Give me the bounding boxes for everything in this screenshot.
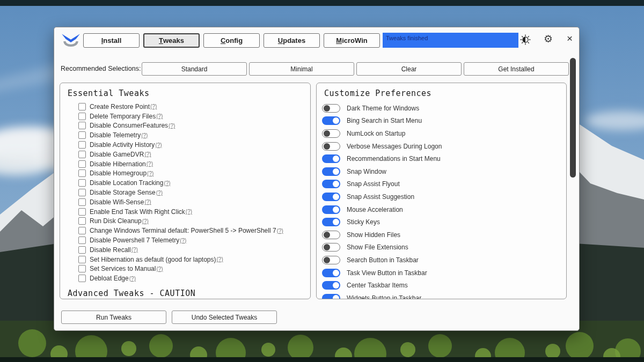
toggle-switch[interactable] bbox=[322, 231, 340, 239]
theme-toggle-icon[interactable] bbox=[520, 34, 531, 45]
checkbox[interactable] bbox=[78, 227, 86, 234]
checkbox[interactable] bbox=[78, 103, 86, 110]
tweak-row-change-windows-terminal-default-powershell-5-powershell-7[interactable]: Change Windows Terminal default: PowerSh… bbox=[78, 226, 310, 235]
tweak-row-delete-temporary-files[interactable]: Delete Temporary Files(?) bbox=[78, 112, 310, 121]
standard-button[interactable]: Standard bbox=[142, 62, 247, 76]
help-link[interactable]: (?) bbox=[277, 228, 283, 234]
checkbox[interactable] bbox=[78, 208, 86, 216]
toggle-switch[interactable] bbox=[322, 116, 340, 125]
tweak-row-set-services-to-manual[interactable]: Set Services to Manual(?) bbox=[78, 264, 310, 274]
tweak-row-disable-hibernation[interactable]: Disable Hibernation(?) bbox=[78, 159, 310, 169]
checkbox[interactable] bbox=[78, 141, 86, 149]
help-link[interactable]: (?) bbox=[155, 142, 162, 148]
checkbox[interactable] bbox=[78, 237, 86, 244]
tweak-row-debloat-edge[interactable]: Debloat Edge(?) bbox=[78, 274, 310, 283]
checkbox[interactable] bbox=[78, 131, 86, 139]
preference-row-dark-theme-for-windows[interactable]: Dark Theme for Windows bbox=[322, 102, 566, 115]
toggle-switch[interactable] bbox=[322, 154, 340, 163]
preference-row-mouse-acceleration[interactable]: Mouse Acceleration bbox=[322, 203, 566, 216]
tweak-row-disable-recall[interactable]: Disable Recall(?) bbox=[78, 245, 310, 255]
checkbox[interactable] bbox=[78, 169, 86, 177]
preference-row-snap-assist-suggestion[interactable]: Snap Assist Suggestion bbox=[322, 190, 566, 203]
help-link[interactable]: (?) bbox=[169, 123, 175, 129]
vertical-scrollbar-thumb[interactable] bbox=[570, 58, 576, 178]
tweak-row-disable-powershell-7-telemetry[interactable]: Disable Powershell 7 Telemetry(?) bbox=[78, 235, 310, 245]
tweak-row-disable-telemetry[interactable]: Disable Telemetry(?) bbox=[78, 130, 310, 140]
help-link[interactable]: (?) bbox=[129, 276, 136, 282]
help-link[interactable]: (?) bbox=[186, 209, 192, 215]
minimal-button[interactable]: Minimal bbox=[249, 62, 354, 76]
checkbox[interactable] bbox=[78, 189, 86, 196]
toggle-switch[interactable] bbox=[322, 218, 340, 226]
settings-gear-icon[interactable]: ⚙ bbox=[544, 33, 553, 45]
checkbox[interactable] bbox=[78, 256, 86, 263]
toggle-switch[interactable] bbox=[322, 281, 340, 290]
close-icon[interactable]: × bbox=[567, 33, 573, 45]
run-tweaks-button[interactable]: Run Tweaks bbox=[61, 311, 166, 324]
preference-row-center-taskbar-items[interactable]: Center Taskbar Items bbox=[322, 279, 566, 292]
help-link[interactable]: (?) bbox=[156, 266, 163, 272]
preference-row-widgets-button-in-taskbar[interactable]: Widgets Button in Taskbar bbox=[322, 292, 566, 299]
help-link[interactable]: (?) bbox=[216, 256, 223, 262]
toggle-switch[interactable] bbox=[322, 104, 340, 113]
clear-button[interactable]: Clear bbox=[356, 62, 462, 76]
undo-selected-tweaks-button[interactable]: Undo Selected Tweaks bbox=[172, 311, 277, 324]
tweak-row-disable-wifi-sense[interactable]: Disable Wifi-Sense(?) bbox=[78, 197, 310, 207]
help-link[interactable]: (?) bbox=[144, 151, 151, 157]
tab-install[interactable]: Install bbox=[83, 33, 140, 48]
help-link[interactable]: (?) bbox=[144, 199, 151, 205]
tab-microwin[interactable]: MicroWin bbox=[324, 33, 380, 48]
tab-tweaks[interactable]: Tweaks bbox=[143, 33, 200, 48]
tweak-row-enable-end-task-with-right-click[interactable]: Enable End Task With Right Click(?) bbox=[78, 207, 310, 217]
tweak-row-disable-storage-sense[interactable]: Disable Storage Sense(?) bbox=[78, 188, 310, 197]
toggle-switch[interactable] bbox=[322, 142, 340, 151]
preference-row-show-file-extensions[interactable]: Show File Extensions bbox=[322, 241, 566, 254]
tweak-row-create-restore-point[interactable]: Create Restore Point(?) bbox=[78, 102, 310, 112]
help-link[interactable]: (?) bbox=[156, 190, 163, 196]
checkbox[interactable] bbox=[78, 217, 86, 225]
toggle-switch[interactable] bbox=[322, 256, 340, 264]
toggle-switch[interactable] bbox=[322, 243, 340, 252]
preference-row-show-hidden-files[interactable]: Show Hidden Files bbox=[322, 228, 566, 241]
tweak-row-disable-homegroup[interactable]: Disable Homegroup(?) bbox=[78, 169, 310, 179]
toggle-switch[interactable] bbox=[322, 294, 340, 299]
help-link[interactable]: (?) bbox=[142, 218, 149, 224]
tweak-row-disable-gamedvr[interactable]: Disable GameDVR(?) bbox=[78, 150, 310, 159]
help-link[interactable]: (?) bbox=[156, 113, 163, 119]
help-link[interactable]: (?) bbox=[147, 161, 153, 167]
preference-row-task-view-button-in-taskbar[interactable]: Task View Button in Taskbar bbox=[322, 267, 566, 279]
preference-row-snap-window[interactable]: Snap Window bbox=[322, 165, 566, 178]
help-link[interactable]: (?) bbox=[147, 171, 153, 176]
tweak-row-set-hibernation-as-default-good-for-laptops[interactable]: Set Hibernation as default (good for lap… bbox=[78, 255, 310, 264]
preference-row-recommendations-in-start-menu[interactable]: Recommendations in Start Menu bbox=[322, 152, 566, 165]
tweak-row-run-disk-cleanup[interactable]: Run Disk Cleanup(?) bbox=[78, 217, 310, 226]
help-link[interactable]: (?) bbox=[150, 104, 157, 109]
help-link[interactable]: (?) bbox=[180, 238, 186, 243]
toggle-switch[interactable] bbox=[322, 205, 340, 214]
toggle-switch[interactable] bbox=[322, 129, 340, 138]
help-link[interactable]: (?) bbox=[164, 180, 170, 186]
tab-updates[interactable]: Updates bbox=[264, 33, 320, 48]
preference-row-snap-assist-flyout[interactable]: Snap Assist Flyout bbox=[322, 178, 566, 191]
help-link[interactable]: (?) bbox=[131, 247, 138, 253]
tweak-row-disable-activity-history[interactable]: Disable Activity History(?) bbox=[78, 140, 310, 150]
preference-row-bing-search-in-start-menu[interactable]: Bing Search in Start Menu bbox=[322, 115, 566, 128]
checkbox[interactable] bbox=[78, 160, 86, 168]
checkbox[interactable] bbox=[78, 151, 86, 158]
checkbox[interactable] bbox=[78, 122, 86, 129]
preference-row-search-button-in-taskbar[interactable]: Search Button in Taskbar bbox=[322, 254, 566, 267]
preference-row-verbose-messages-during-logon[interactable]: Verbose Messages During Logon bbox=[322, 140, 566, 153]
checkbox[interactable] bbox=[78, 179, 86, 187]
toggle-switch[interactable] bbox=[322, 193, 340, 201]
toggle-switch[interactable] bbox=[322, 180, 340, 188]
checkbox[interactable] bbox=[78, 113, 86, 120]
preference-row-numlock-on-startup[interactable]: NumLock on Startup bbox=[322, 127, 566, 140]
checkbox[interactable] bbox=[78, 198, 86, 206]
get-installed-button[interactable]: Get Installed bbox=[464, 62, 569, 76]
toggle-switch[interactable] bbox=[322, 269, 340, 277]
checkbox[interactable] bbox=[78, 246, 86, 254]
tweak-row-disable-location-tracking[interactable]: Disable Location Tracking(?) bbox=[78, 178, 310, 188]
tab-config[interactable]: Config bbox=[203, 33, 260, 48]
tweak-row-disable-consumerfeatures[interactable]: Disable ConsumerFeatures(?) bbox=[78, 121, 310, 131]
preference-row-sticky-keys[interactable]: Sticky Keys bbox=[322, 216, 566, 228]
